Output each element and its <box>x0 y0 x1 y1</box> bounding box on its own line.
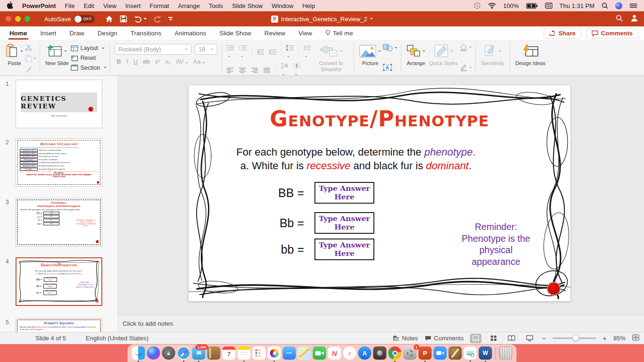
columns-button[interactable] <box>303 45 311 59</box>
layout-button[interactable]: Layout <box>71 43 107 53</box>
line-spacing-button[interactable] <box>286 45 294 59</box>
align-center-button[interactable] <box>239 67 246 73</box>
quick-styles-button[interactable]: Quick Styles <box>427 42 460 74</box>
underline-button[interactable]: U <box>133 58 138 65</box>
dock-contacts-icon[interactable] <box>207 346 221 360</box>
notes-toggle[interactable]: Notes <box>393 335 418 342</box>
increase-indent-button[interactable] <box>269 49 277 55</box>
tab-draw[interactable]: Draw <box>68 26 85 40</box>
dock-photos-icon[interactable] <box>268 346 281 360</box>
reading-view-button[interactable] <box>506 334 517 343</box>
tab-slide-show[interactable]: Slide Show <box>218 26 252 40</box>
dock-reminders-icon[interactable] <box>253 346 266 360</box>
menu-tools[interactable]: Tools <box>209 2 223 9</box>
redo-button[interactable] <box>153 15 162 23</box>
dock-safari-icon[interactable] <box>177 346 190 360</box>
dock-maps-icon[interactable] <box>298 346 311 360</box>
paste-button[interactable]: Paste <box>4 42 25 74</box>
dock-word-icon[interactable]: W <box>479 346 492 360</box>
dock-preview-icon[interactable] <box>464 346 477 360</box>
genotype-label[interactable]: bb = <box>262 243 304 256</box>
menu-insert[interactable]: Insert <box>125 2 141 9</box>
dock-news-icon[interactable]: N <box>328 346 341 360</box>
italic-button[interactable]: I <box>126 58 128 65</box>
reset-button[interactable]: Reset <box>71 53 107 63</box>
subscript-button[interactable]: x₂ <box>165 58 171 65</box>
thumbnail-slide-3[interactable]: 3 Genotypes: Homozygous and Heterozygous… <box>16 198 102 247</box>
input-source-icon[interactable] <box>545 2 553 9</box>
slide-instruction-text[interactable]: For each genotype below, determine the p… <box>193 145 519 173</box>
tab-view[interactable]: View <box>297 26 313 40</box>
menu-window[interactable]: Window <box>272 2 293 9</box>
wifi-icon[interactable] <box>488 3 496 9</box>
tell-me-button[interactable]: Tell me <box>324 26 354 40</box>
copy-button[interactable] <box>25 55 36 62</box>
text-direction-button[interactable]: A <box>281 63 289 77</box>
genotype-label[interactable]: Bb = <box>262 216 304 230</box>
new-slide-button[interactable]: New Slide <box>43 42 71 74</box>
tab-design[interactable]: Design <box>97 26 118 40</box>
undo-button[interactable] <box>134 15 147 23</box>
customize-toolbar-icon[interactable] <box>168 17 173 21</box>
thumbnail-slide-4-selected[interactable]: 4 Genotype/Phenotype <box>16 257 102 306</box>
control-center-icon[interactable] <box>629 3 637 8</box>
comments-button[interactable]: Comments <box>586 28 638 39</box>
normal-view-button[interactable] <box>470 334 481 343</box>
dock-calendar-icon[interactable]: 7 <box>223 346 236 360</box>
dock-chrome-icon[interactable] <box>388 346 402 360</box>
dock-photo-booth-icon[interactable] <box>373 346 387 360</box>
menu-format[interactable]: Format <box>149 2 169 9</box>
dock-notes-icon[interactable] <box>238 346 251 360</box>
zoom-slider[interactable] <box>553 337 596 339</box>
fit-slide-button[interactable] <box>632 334 639 342</box>
tab-transitions[interactable]: Transitions <box>130 26 163 40</box>
menu-file[interactable]: File <box>65 2 75 9</box>
menu-slide-show[interactable]: Slide Show <box>232 2 263 9</box>
save-button[interactable] <box>120 15 127 23</box>
battery-icon[interactable] <box>526 3 538 9</box>
thumbnail-slide-2[interactable]: 2 Matching Vocabulary Type in the missin… <box>16 138 102 187</box>
justify-button[interactable] <box>263 67 271 73</box>
spotlight-icon[interactable] <box>602 2 608 9</box>
shape-fill-button[interactable] <box>460 44 472 51</box>
convert-to-smartart-button[interactable]: Convert to SmartArt <box>312 42 350 74</box>
dock-messages-icon[interactable]: ••• <box>283 346 296 360</box>
menu-view[interactable]: View <box>103 2 116 9</box>
genotype-label[interactable]: BB = <box>262 186 304 200</box>
dock-launchpad-icon[interactable]: ▲ <box>162 346 175 360</box>
zoom-level[interactable]: 85% <box>613 335 626 342</box>
design-ideas-button[interactable]: Design Ideas <box>513 42 547 74</box>
sensitivity-button[interactable]: Sensitivity <box>479 42 506 74</box>
dock-trash-icon[interactable] <box>499 346 512 360</box>
bold-button[interactable]: B <box>116 58 121 65</box>
arrange-button[interactable]: Arrange <box>405 42 427 74</box>
screen-record-icon[interactable] <box>473 2 481 9</box>
dock-system-preferences-icon[interactable]: 1 <box>404 346 417 360</box>
character-spacing-button[interactable]: AV <box>176 58 188 65</box>
close-window-button[interactable] <box>6 16 11 22</box>
change-case-button[interactable]: Aa <box>193 58 205 65</box>
bullets-button[interactable] <box>226 45 235 59</box>
menu-app-name[interactable]: PowerPoint <box>22 2 56 9</box>
siri-icon[interactable] <box>615 2 622 9</box>
font-name-combobox[interactable]: Rockwell (Body) <box>115 44 191 55</box>
menu-arrange[interactable]: Arrange <box>178 2 200 9</box>
zoom-out-button[interactable]: − <box>542 334 546 342</box>
apple-menu-icon[interactable] <box>7 1 13 10</box>
slide-sorter-view-button[interactable] <box>488 334 499 343</box>
format-painter-button[interactable] <box>25 66 36 73</box>
dock-mail-icon[interactable]: ✉1,300 <box>192 346 206 360</box>
tab-insert[interactable]: Insert <box>40 26 58 40</box>
tab-review[interactable]: Review <box>264 26 286 40</box>
slide-editing-area[interactable]: Genotype/Phenotype For each genotype bel… <box>118 76 644 315</box>
language-indicator[interactable]: English (United States) <box>86 335 149 342</box>
picture-button[interactable]: Picture <box>357 42 383 74</box>
numbering-button[interactable]: 123 <box>239 45 248 59</box>
tab-home[interactable]: Home <box>8 26 28 40</box>
menu-edit[interactable]: Edit <box>83 2 94 9</box>
slide-title[interactable]: Genotype/Phenotype <box>189 106 570 132</box>
autosave-toggle[interactable]: OFF <box>74 15 95 23</box>
zoom-slider-thumb[interactable] <box>572 335 579 341</box>
share-button[interactable]: Share <box>544 28 581 39</box>
home-quick-button[interactable] <box>105 15 113 23</box>
